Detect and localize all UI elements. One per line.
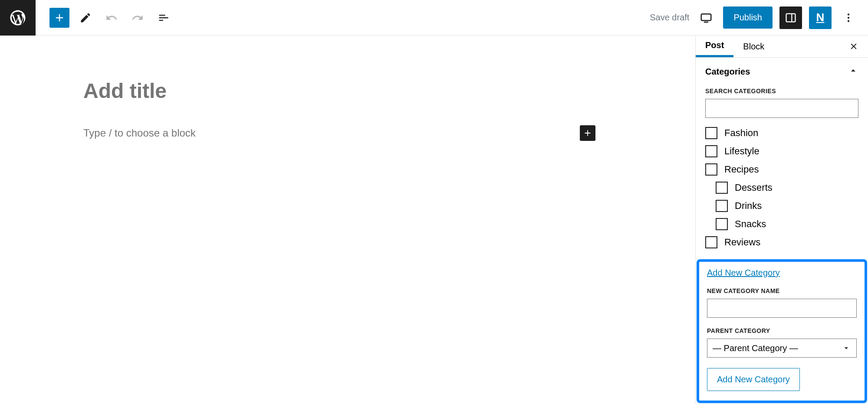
top-toolbar: Save draft Publish N xyxy=(0,0,868,36)
parent-category-label: PARENT CATEGORY xyxy=(707,327,857,334)
chevron-up-icon xyxy=(848,65,858,78)
edit-tool-icon[interactable] xyxy=(76,8,95,28)
settings-sidebar-toggle[interactable] xyxy=(779,7,802,29)
category-item[interactable]: Drinks xyxy=(705,197,858,215)
main-area: Type / to choose a block Post Block Cate… xyxy=(0,36,868,404)
add-new-category-button[interactable]: Add New Category xyxy=(707,368,800,391)
undo-icon[interactable] xyxy=(102,8,122,28)
svg-point-4 xyxy=(848,13,849,15)
svg-point-6 xyxy=(848,20,849,22)
svg-rect-2 xyxy=(786,13,796,22)
category-item[interactable]: Fashion xyxy=(705,124,858,142)
settings-sidebar: Post Block Categories SEARCH CATEGORIES … xyxy=(695,36,868,404)
sidebar-tabs: Post Block xyxy=(696,36,868,58)
checkbox[interactable] xyxy=(705,127,717,139)
wordpress-logo[interactable] xyxy=(0,0,36,36)
close-sidebar-icon[interactable] xyxy=(844,36,864,56)
svg-point-5 xyxy=(848,16,849,18)
category-item[interactable]: Snacks xyxy=(705,215,858,233)
add-new-category-link[interactable]: Add New Category xyxy=(707,268,780,277)
checkbox[interactable] xyxy=(705,163,717,176)
add-category-region: Add New Category NEW CATEGORY NAME PAREN… xyxy=(697,259,867,403)
body-placeholder-text: Type / to choose a block xyxy=(83,127,580,139)
toolbar-left-group xyxy=(36,8,174,28)
svg-rect-0 xyxy=(701,14,711,20)
redo-icon[interactable] xyxy=(128,8,148,28)
category-label: Snacks xyxy=(735,218,766,230)
editor-canvas: Type / to choose a block xyxy=(0,36,695,404)
category-list: Fashion Lifestyle Recipes Desserts Drink… xyxy=(705,124,858,251)
new-category-name-input[interactable] xyxy=(707,299,857,318)
category-label: Lifestyle xyxy=(724,146,760,157)
category-label: Recipes xyxy=(724,164,759,175)
checkbox[interactable] xyxy=(716,200,728,212)
plugin-button[interactable]: N xyxy=(809,7,832,29)
category-item[interactable]: Desserts xyxy=(705,179,858,197)
category-label: Fashion xyxy=(724,127,758,139)
checkbox[interactable] xyxy=(716,218,728,230)
category-item[interactable]: Recipes xyxy=(705,160,858,179)
new-category-name-label: NEW CATEGORY NAME xyxy=(707,287,857,294)
checkbox[interactable] xyxy=(705,236,717,248)
categories-panel: Categories SEARCH CATEGORIES Fashion Lif… xyxy=(696,58,868,259)
post-body-area[interactable]: Type / to choose a block xyxy=(83,125,595,141)
tab-post[interactable]: Post xyxy=(696,36,733,57)
publish-button[interactable]: Publish xyxy=(723,7,773,29)
save-draft-button[interactable]: Save draft xyxy=(650,13,689,23)
preview-icon[interactable] xyxy=(696,8,716,28)
search-categories-input[interactable] xyxy=(705,99,858,118)
checkbox[interactable] xyxy=(705,145,717,157)
categories-header[interactable]: Categories xyxy=(705,65,858,78)
add-block-button[interactable] xyxy=(49,8,69,28)
inline-add-block-button[interactable] xyxy=(580,125,595,141)
category-label: Drinks xyxy=(735,200,762,212)
category-item[interactable]: Lifestyle xyxy=(705,142,858,160)
post-title-input[interactable] xyxy=(83,79,474,103)
document-outline-icon[interactable] xyxy=(154,8,174,28)
search-categories-label: SEARCH CATEGORIES xyxy=(705,88,858,94)
parent-category-select[interactable]: — Parent Category — xyxy=(707,339,857,358)
category-label: Desserts xyxy=(735,182,773,193)
tab-block[interactable]: Block xyxy=(733,36,774,57)
more-options-icon[interactable] xyxy=(838,8,858,28)
categories-heading-text: Categories xyxy=(705,67,750,77)
toolbar-right-group: Save draft Publish N xyxy=(650,7,868,29)
checkbox[interactable] xyxy=(716,182,728,194)
category-label: Reviews xyxy=(724,237,760,248)
category-item[interactable]: Reviews xyxy=(705,233,858,251)
